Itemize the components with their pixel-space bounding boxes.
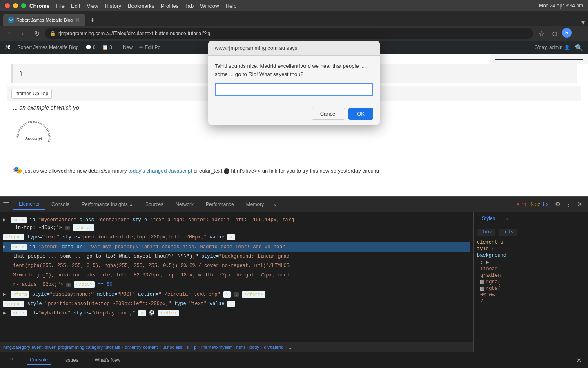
dialog-header: www.rjmprogramming.com.au says: [208, 41, 380, 56]
main-area: ⌘ Robert James Metcalfe Blog 💬 6 📋 3 + N…: [0, 41, 588, 368]
ok-button[interactable]: OK: [348, 108, 373, 120]
cancel-button[interactable]: Cancel: [312, 108, 345, 120]
dialog-buttons: Cancel OK: [208, 103, 380, 125]
dialog-input[interactable]: [215, 83, 373, 96]
dialog-box: www.rjmprogramming.com.au says Tahiti so…: [208, 41, 380, 125]
dialog-overlay: www.rjmprogramming.com.au says Tahiti so…: [0, 0, 588, 368]
dialog-body: Tahiti sounds nice. Madrid excellent! An…: [208, 56, 380, 103]
dialog-message: Tahiti sounds nice. Madrid excellent! An…: [215, 62, 373, 78]
